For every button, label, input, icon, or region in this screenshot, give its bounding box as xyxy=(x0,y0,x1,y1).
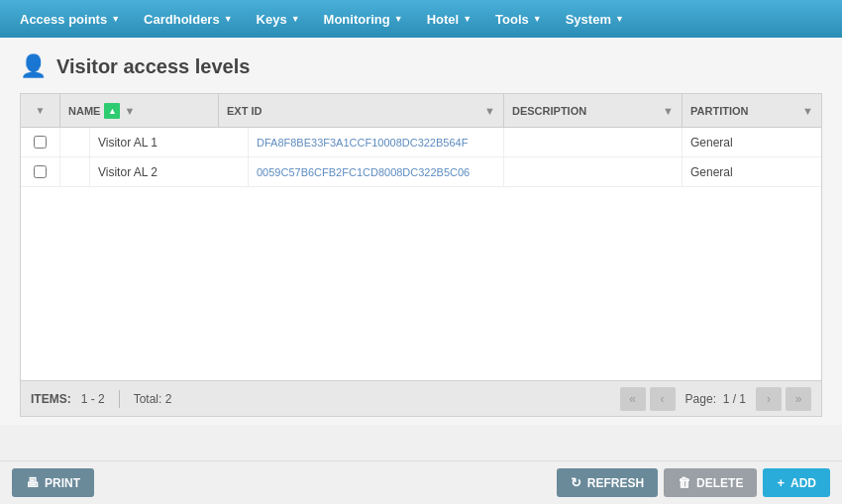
items-range: 1 - 2 xyxy=(81,392,105,406)
table-header: ▼ NAME ▲ ▼ EXT ID ▼ DESCRIPTION ▼ PARTIT… xyxy=(21,94,821,128)
td-collapse-2 xyxy=(60,157,90,186)
refresh-button[interactable]: ↻ REFRESH xyxy=(557,468,658,497)
add-icon: + xyxy=(777,475,785,490)
data-table: ▼ NAME ▲ ▼ EXT ID ▼ DESCRIPTION ▼ PARTIT… xyxy=(20,93,822,381)
row2-checkbox[interactable] xyxy=(34,165,47,178)
td-partition-2: General xyxy=(683,157,821,186)
td-checkbox-1 xyxy=(21,128,60,156)
items-label: ITEMS: xyxy=(31,392,71,406)
table-empty-area xyxy=(21,187,821,380)
nav-hotel[interactable]: Hotel ▼ xyxy=(415,0,483,38)
print-icon: 🖶 xyxy=(26,475,39,490)
td-name-2: Visitor AL 2 xyxy=(90,157,249,186)
nav-keys-arrow: ▼ xyxy=(291,14,300,24)
pagination: « ‹ Page: 1 / 1 › » xyxy=(620,387,811,411)
total-count: Total: 2 xyxy=(134,392,172,406)
td-description-2 xyxy=(504,157,683,186)
nav-tools[interactable]: Tools ▼ xyxy=(483,0,554,38)
table-row[interactable]: Visitor AL 2 0059C57B6CFB2FC1CD8008DC322… xyxy=(21,157,821,187)
nav-cardholders[interactable]: Cardholders ▼ xyxy=(132,0,245,38)
page-title-area: 👤 Visitor access levels xyxy=(20,53,822,79)
filter-extid-icon[interactable]: ▼ xyxy=(484,105,495,117)
th-description: DESCRIPTION ▼ xyxy=(504,94,683,127)
nav-monitoring[interactable]: Monitoring ▼ xyxy=(312,0,415,38)
table-row[interactable]: Visitor AL 1 DFA8F8BE33F3A1CCF10008DC322… xyxy=(21,128,821,157)
last-page-button[interactable]: » xyxy=(786,387,811,411)
print-button[interactable]: 🖶 PRINT xyxy=(12,468,94,497)
nav-hotel-arrow: ▼ xyxy=(463,14,472,24)
next-page-button[interactable]: › xyxy=(756,387,782,411)
th-extid: EXT ID ▼ xyxy=(219,94,504,127)
prev-page-button[interactable]: ‹ xyxy=(650,387,676,411)
action-bar: 🖶 PRINT ↻ REFRESH 🗑 DELETE + ADD xyxy=(0,460,842,504)
nav-cardholders-arrow: ▼ xyxy=(224,14,233,24)
footer-separator xyxy=(119,390,120,408)
page-title: Visitor access levels xyxy=(56,55,250,78)
nav-keys[interactable]: Keys ▼ xyxy=(245,0,312,38)
filter-name-icon[interactable]: ▼ xyxy=(124,105,135,117)
nav-tools-arrow: ▼ xyxy=(533,14,542,24)
collapse-icon[interactable]: ▼ xyxy=(36,105,46,116)
td-extid-1: DFA8F8BE33F3A1CCF10008DC322B564F xyxy=(249,128,504,156)
th-partition: PARTITION ▼ xyxy=(683,94,821,127)
nav-monitoring-arrow: ▼ xyxy=(394,14,403,24)
delete-icon: 🗑 xyxy=(678,475,690,490)
nav-access-points[interactable]: Access points ▼ xyxy=(8,0,132,38)
td-description-1 xyxy=(504,128,683,156)
th-name: NAME ▲ ▼ xyxy=(60,94,219,127)
nav-system-arrow: ▼ xyxy=(615,14,624,24)
td-name-1: Visitor AL 1 xyxy=(90,128,249,156)
td-extid-2: 0059C57B6CFB2FC1CD8008DC322B5C06 xyxy=(249,157,504,186)
page-label: Page: 1 / 1 xyxy=(685,392,746,406)
td-partition-1: General xyxy=(683,128,821,156)
footer-bar: ITEMS: 1 - 2 Total: 2 « ‹ Page: 1 / 1 › … xyxy=(20,381,822,417)
add-button[interactable]: + ADD xyxy=(763,468,830,497)
td-checkbox-2 xyxy=(21,157,60,186)
nav-system[interactable]: System ▼ xyxy=(554,0,636,38)
filter-partition-icon[interactable]: ▼ xyxy=(802,105,813,117)
filter-description-icon[interactable]: ▼ xyxy=(663,105,674,117)
nav-access-points-arrow: ▼ xyxy=(111,14,120,24)
refresh-icon: ↻ xyxy=(571,475,581,490)
td-collapse-1 xyxy=(60,128,90,156)
first-page-button[interactable]: « xyxy=(620,387,646,411)
th-checkbox: ▼ xyxy=(21,94,60,127)
row1-checkbox[interactable] xyxy=(34,136,47,149)
delete-button[interactable]: 🗑 DELETE xyxy=(664,468,757,497)
navbar: Access points ▼ Cardholders ▼ Keys ▼ Mon… xyxy=(0,0,842,38)
page-content: 👤 Visitor access levels ▼ NAME ▲ ▼ EXT I… xyxy=(0,38,842,425)
sort-name-button[interactable]: ▲ xyxy=(104,103,120,119)
visitor-icon: 👤 xyxy=(20,53,47,79)
